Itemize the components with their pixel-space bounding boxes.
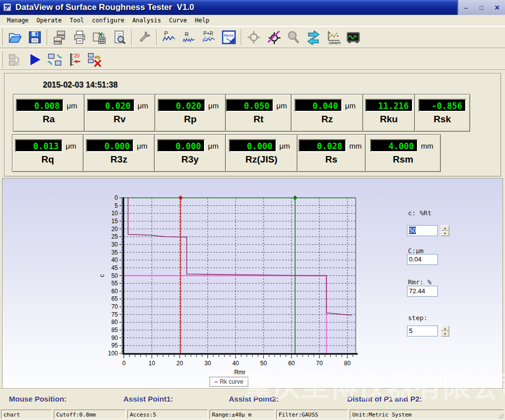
lcd-display: 0.040 <box>295 99 342 112</box>
parameter-label: Rz <box>321 114 333 125</box>
legend-line-swatch: – <box>214 378 218 385</box>
zoom-button[interactable] <box>284 28 303 47</box>
spin-up-button[interactable]: ▲ <box>441 326 449 331</box>
menu-configure[interactable]: configure <box>88 16 128 25</box>
rkmr-button[interactable]: Rkmr <box>219 28 239 47</box>
step-label: step: <box>408 314 427 322</box>
main-toolbar: X <box>0 26 505 48</box>
minimize-button[interactable]: – <box>461 4 472 11</box>
svg-text:40: 40 <box>111 256 118 263</box>
c-percent-spinner: ▲ ▼ <box>441 225 449 236</box>
status-bar: chart Cutoff:0.8mm Access:5 Range:±40μ m… <box>0 409 505 420</box>
crosshair-delete-button[interactable] <box>264 28 284 47</box>
p-profile-button[interactable]: P <box>159 28 179 47</box>
maximize-button[interactable]: □ <box>476 4 487 11</box>
lcd-display: 0.000 <box>86 139 134 152</box>
menu-help[interactable]: Help <box>191 16 213 25</box>
secondary-toolbar: 20 <box>0 49 505 70</box>
parameter-label: Rq <box>41 154 54 165</box>
settings-button[interactable] <box>134 28 154 47</box>
connect-button[interactable] <box>5 50 25 69</box>
svg-text:80: 80 <box>111 319 118 326</box>
p-plus-r-curve-icon: P+R <box>202 30 216 45</box>
toolbar-grip[interactable] <box>1 29 2 46</box>
spin-up-button[interactable]: ▲ <box>441 225 449 231</box>
assist-point1-label: Assist Point1: <box>123 395 173 403</box>
status-cutoff: Cutoff:0.8mm <box>54 410 126 419</box>
database-button[interactable] <box>50 28 70 47</box>
resize-grip[interactable] <box>498 413 504 419</box>
graph-icon: GRAPH <box>326 30 341 45</box>
crosshair-delete-icon <box>266 30 281 45</box>
parameter-label: R3z <box>110 154 127 165</box>
swap-curves-button[interactable] <box>303 28 323 47</box>
disconnect-button[interactable] <box>85 50 104 69</box>
pr-profile-button[interactable]: P+R <box>199 28 219 47</box>
toolbar-grip[interactable] <box>1 51 2 68</box>
measurement-row-2: 0.013μm Rq 0.000μm R3z 0.000μm R3y 0.000… <box>12 134 441 172</box>
unit-label: mm <box>421 142 436 150</box>
window-title: DataView of Surface Roughness Tester V1.… <box>15 2 194 12</box>
c-depth-input[interactable]: 0.04 <box>407 254 438 265</box>
svg-text:0: 0 <box>122 360 126 367</box>
measurement-Rv: 0.020μm Rv <box>84 94 155 132</box>
oscilloscope-button[interactable] <box>343 28 363 47</box>
position-info-bar: Mouse Position: X= 27.19mmY= 91.29μm Ass… <box>0 389 505 409</box>
rkmr-icon: Rkmr <box>221 30 236 45</box>
menu-operate[interactable]: Operate <box>32 16 66 25</box>
lcd-display: 0.013 <box>15 139 63 152</box>
rmr-input[interactable]: 72.44 <box>407 286 438 297</box>
menu-analysis[interactable]: Analysis <box>128 16 165 25</box>
graph-button[interactable]: GRAPH <box>323 28 343 47</box>
svg-text:35: 35 <box>111 249 118 256</box>
unit-label: μm <box>277 101 292 110</box>
measurement-Rt: 0.050μm Rt <box>225 94 292 132</box>
c-percent-label: c: %Rt <box>408 209 431 217</box>
step-input[interactable]: 5 <box>407 326 438 336</box>
menu-manage[interactable]: Manage <box>3 16 32 25</box>
measurement-Rs: 0.028mm Rs <box>297 134 366 172</box>
measurement-Ra: 0.008μm Ra <box>13 94 85 132</box>
close-button[interactable]: ✕ <box>492 4 503 11</box>
measurement-R3z: 0.000μm R3z <box>83 134 155 172</box>
parameter-label: Rku <box>380 114 398 125</box>
open-file-button[interactable] <box>5 28 25 47</box>
measurement-timestamp: 2015-02-03 14:51:38 <box>43 81 117 89</box>
c-depth-label: C:μm <box>408 247 423 254</box>
ruler-step-button[interactable]: 20 <box>65 50 85 69</box>
print-button[interactable] <box>70 28 90 47</box>
svg-text:10: 10 <box>111 210 118 217</box>
parameter-label: Rp <box>184 114 197 125</box>
open-folder-icon <box>7 30 22 45</box>
crosshair-button[interactable] <box>244 28 264 47</box>
chart-legend: – Rk curve <box>209 377 248 387</box>
toolbar-separator <box>241 29 242 45</box>
measurement-Rz: 0.040μm Rz <box>291 94 363 132</box>
run-button[interactable] <box>25 50 45 69</box>
measurement-Rsm: 4.000mm Rsm <box>365 134 441 172</box>
svg-text:20: 20 <box>74 53 80 59</box>
spin-down-button[interactable]: ▼ <box>441 331 449 336</box>
lcd-display: 0.000 <box>229 139 277 152</box>
swap-arrows-icon <box>306 30 321 45</box>
parameter-label: Rt <box>253 114 263 125</box>
data-transfer-button[interactable] <box>45 50 65 69</box>
c-percent-input[interactable]: 50 <box>407 225 438 236</box>
print-preview-button[interactable] <box>109 28 129 47</box>
svg-text:15: 15 <box>111 218 118 225</box>
export-excel-button[interactable]: X <box>90 28 109 47</box>
legend-label: Rk curve <box>220 378 243 385</box>
menu-curve[interactable]: Curve <box>165 16 191 25</box>
menu-tool[interactable]: Tool <box>66 16 88 25</box>
svg-text:100: 100 <box>108 350 118 357</box>
save-button[interactable] <box>25 28 45 47</box>
title-bar: DataView of Surface Roughness Tester V1.… <box>0 0 505 15</box>
status-access: Access:5 <box>127 410 208 419</box>
spin-down-button[interactable]: ▼ <box>441 231 449 236</box>
r-profile-button[interactable]: R <box>179 28 199 47</box>
unit-label: μm <box>345 101 360 110</box>
svg-text:60: 60 <box>111 288 118 295</box>
toolbar-separator <box>156 29 157 45</box>
window-controls: – □ ✕ <box>457 0 505 15</box>
svg-text:Rkmr: Rkmr <box>224 33 234 38</box>
